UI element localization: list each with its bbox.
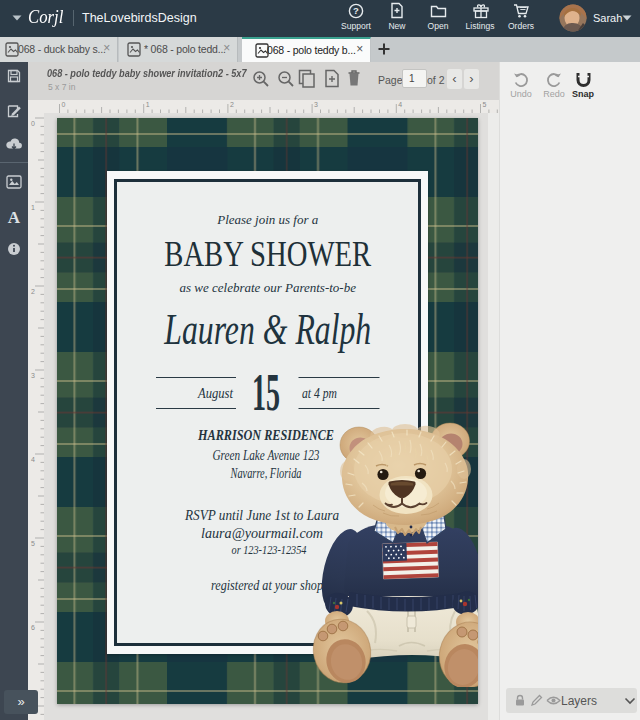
svg-text:as we celebrate our Parents-to: as we celebrate our Parents-to-be [180, 280, 357, 295]
svg-text:4: 4 [398, 101, 402, 108]
svg-text:1: 1 [146, 101, 150, 108]
svg-text:Lauren & Ralph: Lauren & Ralph [164, 304, 372, 354]
svg-text:0: 0 [31, 120, 35, 127]
svg-text:BABY SHOWER: BABY SHOWER [164, 234, 371, 274]
svg-text:15: 15 [252, 364, 280, 421]
svg-text:3: 3 [31, 372, 35, 379]
svg-text:6: 6 [31, 624, 35, 631]
svg-text:4: 4 [31, 456, 35, 463]
svg-text:2: 2 [230, 101, 234, 108]
svg-text:5: 5 [483, 101, 487, 108]
svg-text:Green Lake Avenue 123: Green Lake Avenue 123 [213, 448, 320, 463]
svg-text:5: 5 [31, 540, 35, 547]
svg-text:3: 3 [314, 101, 318, 108]
svg-text:Please join us for a: Please join us for a [216, 212, 319, 227]
svg-text:laura@yourmail.com: laura@yourmail.com [201, 526, 323, 541]
svg-text:1: 1 [31, 204, 35, 211]
svg-text:2: 2 [31, 288, 35, 295]
svg-text:or 123-123-12354: or 123-123-12354 [232, 542, 307, 557]
svg-text:at 4 pm: at 4 pm [302, 384, 337, 401]
svg-text:?: ? [353, 5, 359, 16]
svg-text:August: August [197, 384, 233, 401]
svg-text:Navarre, Florida: Navarre, Florida [230, 466, 302, 481]
svg-text:0: 0 [62, 101, 66, 108]
